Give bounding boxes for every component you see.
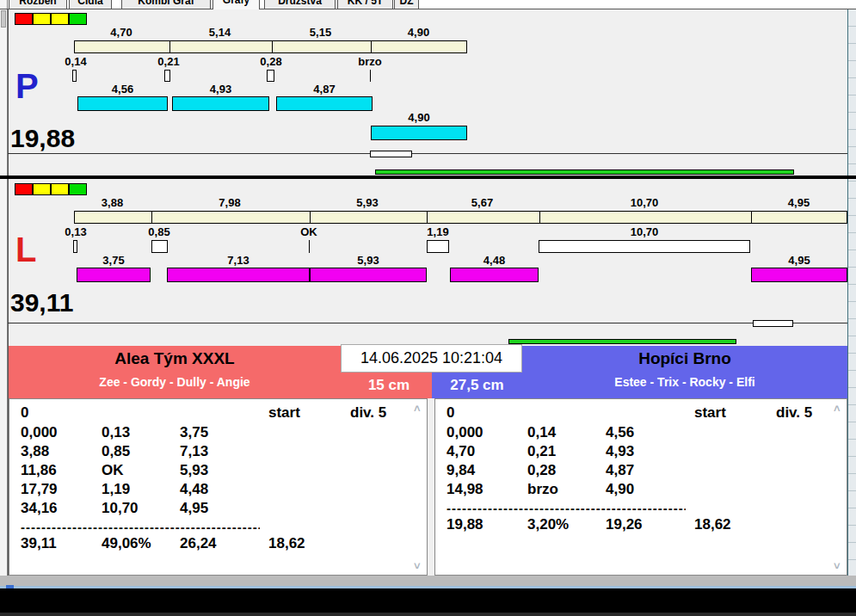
p-segment-label: 4,90 [370, 27, 467, 39]
team-right-results-table[interactable]: 0 start div. 5 0,000 0,14 4,56 4,70 0,21… [434, 398, 847, 576]
l-run-label: 4,48 [450, 255, 539, 267]
p-final-run-label: 4,90 [371, 112, 467, 124]
tab-label: Grafy [223, 0, 249, 6]
cell-cumulative: 3,88 [21, 443, 49, 460]
status-light-red [15, 183, 33, 195]
scroll-up-icon[interactable]: ˄ [834, 403, 841, 415]
lane-l-total: 39,11 [10, 290, 73, 316]
cell-runtime: 4,93 [606, 443, 634, 460]
table-row: 11,86 OK 5,93 [9, 462, 427, 479]
cell-changeover: 1,19 [102, 481, 130, 498]
table-header-row: 0 start div. 5 [435, 404, 847, 422]
table-totals-row: 39,11 49,06% 26,24 18,62 [9, 535, 427, 552]
l-segment-label: 10,70 [539, 197, 750, 209]
l-changeover-tick [309, 240, 310, 253]
tab-label: KK / 5T [348, 0, 383, 7]
p-run-bar [172, 96, 269, 111]
team-right-height: 27,5 cm [432, 377, 522, 394]
total-time: 19,88 [446, 516, 483, 533]
table-row: 17,79 1,19 4,48 [9, 481, 427, 498]
p-segment-label: 5,14 [169, 27, 271, 39]
table-row: 34,16 10,70 4,95 [9, 500, 427, 517]
cell-changeover: 0,85 [102, 443, 130, 460]
scroll-down-icon[interactable]: ˅ [834, 560, 841, 572]
total-best: 18,62 [694, 516, 731, 533]
l-split-label: OK [287, 226, 330, 238]
total-percent: 3,20% [527, 516, 569, 533]
l-segment-divider [151, 212, 152, 223]
p-split-label: 0,21 [147, 56, 190, 68]
team-left-members: Zee - Gordy - Dully - Angie [9, 375, 341, 389]
p-changeover-box [267, 70, 274, 82]
cell-changeover: 10,70 [102, 500, 139, 517]
p-segment-label: 5,15 [271, 27, 370, 39]
p-split-label: 0,28 [249, 56, 293, 68]
cell-cumulative: 4,70 [446, 443, 475, 460]
total-time: 39,11 [21, 535, 57, 552]
p-run-label: 4,56 [77, 83, 168, 95]
p-changeover-tick [370, 70, 371, 82]
l-run-bar [167, 268, 310, 282]
bottom-status-strip [0, 576, 856, 586]
p-run-bar [276, 96, 373, 111]
datetime-box: 14.06.2025 10:21:04 [341, 344, 522, 373]
l-run-bar [77, 268, 151, 282]
left-scroll-thumb[interactable] [1, 10, 6, 28]
table-separator: ----------------------------------------… [21, 520, 260, 534]
p-segment-label: 4,70 [74, 27, 169, 39]
l-split-label: 1,19 [416, 226, 459, 238]
tab-grafy[interactable]: Grafy [212, 0, 260, 9]
l-baseline [8, 323, 847, 323]
cell-cumulative: 11,86 [21, 462, 57, 479]
l-segment-label: 5,67 [426, 197, 539, 209]
l-segment-divider [427, 212, 428, 223]
p-run-label: 4,93 [172, 83, 269, 95]
scroll-down-icon[interactable]: ˅ [414, 560, 421, 572]
l-run-bar [450, 268, 539, 282]
cell-runtime: 4,90 [606, 481, 634, 498]
scroll-up-icon[interactable]: ˄ [414, 403, 421, 415]
header-start: start [694, 404, 726, 422]
l-run-label: 5,93 [310, 255, 427, 267]
team-right-members: Estee - Trix - Rocky - Elfi [522, 375, 847, 389]
lane-divider [0, 176, 856, 179]
tab-label: Rozběh [19, 0, 56, 7]
p-run-label: 4,87 [276, 83, 373, 95]
team-left-name: Alea Tým XXXL [9, 349, 341, 368]
p-segment-divider [371, 41, 372, 52]
l-segment-label: 4,95 [750, 197, 847, 209]
l-segment-divider [751, 212, 752, 223]
table-header-row: 0 start div. 5 [9, 404, 427, 422]
lane-p-total: 19,88 [10, 126, 75, 151]
cell-cumulative: 14,98 [446, 481, 483, 498]
right-window-edge [847, 9, 856, 576]
l-run-label: 7,13 [167, 255, 310, 267]
total-best: 18,62 [268, 535, 305, 552]
table-separator: ----------------------------------------… [446, 501, 686, 515]
l-split-label: 0,13 [54, 226, 97, 238]
team-left-results-table[interactable]: 0 start div. 5 0,000 0,13 3,75 3,88 0,85… [9, 398, 428, 576]
total-net: 26,24 [180, 535, 217, 552]
header-start: start [268, 404, 300, 422]
team-right-name: Hopíci Brno [522, 349, 847, 368]
cell-runtime: 4,48 [180, 481, 208, 498]
p-changeover-box [72, 70, 77, 82]
l-segment-label: 5,93 [309, 197, 426, 209]
cell-runtime: 7,13 [180, 443, 208, 460]
l-run-label: 3,75 [77, 255, 151, 267]
cell-changeover: brzo [527, 481, 558, 498]
cell-changeover: 0,14 [527, 424, 556, 441]
cell-runtime: 3,75 [180, 424, 208, 441]
cell-changeover: 0,28 [527, 462, 556, 479]
p-green-progress-bar [375, 169, 794, 175]
cell-cumulative: 0,000 [21, 424, 58, 441]
p-split-label: brzo [348, 56, 391, 68]
table-row: 9,84 0,28 4,87 [435, 462, 847, 479]
cell-cumulative: 9,84 [446, 462, 475, 479]
tab-label: Kombi Graf [138, 0, 194, 7]
total-percent: 49,06% [102, 535, 151, 552]
status-light-yellow-2 [51, 183, 69, 195]
l-changeover-box-wide [539, 240, 750, 253]
status-light-green [69, 183, 87, 195]
tab-label: Družstva [278, 0, 322, 7]
